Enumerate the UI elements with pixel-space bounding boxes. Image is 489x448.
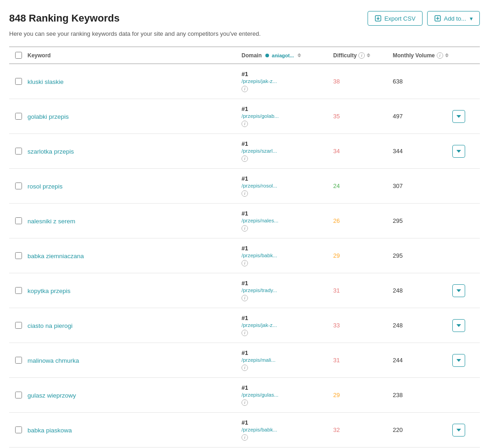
- rank-label: #1: [242, 384, 333, 391]
- table-row: gulasz wieprzowy #1 /przepis/gulas... i …: [9, 378, 480, 413]
- row-info-icon[interactable]: i: [242, 330, 248, 336]
- volume-cell: 295: [393, 252, 452, 259]
- url-link[interactable]: /przepis/babk...: [242, 253, 333, 258]
- select-all-checkbox[interactable]: [15, 52, 22, 59]
- url-link[interactable]: /przepis/nales...: [242, 218, 333, 223]
- row-info-icon[interactable]: i: [242, 365, 248, 371]
- keyword-link-11[interactable]: babka piaskowa: [27, 427, 72, 434]
- header-checkbox-cell[interactable]: [9, 52, 27, 59]
- add-to-button[interactable]: Add to... ▾: [427, 11, 480, 26]
- row-checkbox-1[interactable]: [15, 78, 22, 85]
- row-checkbox-cell[interactable]: [9, 392, 27, 398]
- difficulty-info-icon[interactable]: i: [358, 52, 365, 59]
- expand-button-7[interactable]: [452, 284, 465, 297]
- row-checkbox-11[interactable]: [15, 426, 22, 433]
- keyword-link-5[interactable]: nalesniki z serem: [27, 218, 75, 225]
- expand-cell: [452, 110, 480, 123]
- export-csv-button[interactable]: Export CSV: [368, 11, 423, 26]
- chevron-down-icon: [456, 429, 461, 431]
- url-link[interactable]: /przepis/jak-z...: [242, 78, 333, 84]
- row-checkbox-cell[interactable]: [9, 287, 27, 294]
- rank-label: #1: [242, 175, 333, 182]
- domain-dot: [265, 54, 269, 57]
- row-info-icon[interactable]: i: [242, 434, 248, 441]
- row-checkbox-cell[interactable]: [9, 113, 27, 120]
- volume-cell: 248: [393, 287, 452, 294]
- monthly-volume-column-header[interactable]: Monthly Volume i: [393, 52, 452, 59]
- expand-button-8[interactable]: [452, 319, 465, 332]
- url-link[interactable]: /przepis/gulas...: [242, 392, 333, 398]
- keyword-link-10[interactable]: gulasz wieprzowy: [27, 392, 76, 399]
- keyword-link-6[interactable]: babka ziemniaczana: [27, 253, 84, 260]
- difficulty-sort-icon[interactable]: [367, 53, 370, 57]
- expand-button-9[interactable]: [452, 354, 465, 367]
- url-link[interactable]: /przepis/rosol...: [242, 183, 333, 188]
- row-checkbox-7[interactable]: [15, 287, 22, 294]
- keyword-cell: golabki przepis: [27, 113, 242, 120]
- difficulty-cell: 31: [333, 287, 393, 294]
- row-checkbox-9[interactable]: [15, 357, 22, 364]
- difficulty-column-header[interactable]: Difficulty i: [333, 52, 393, 59]
- volume-info-icon[interactable]: i: [437, 52, 443, 59]
- keyword-link-1[interactable]: kluski slaskie: [27, 78, 64, 85]
- url-link[interactable]: /przepis/szarl...: [242, 148, 333, 154]
- difficulty-value: 38: [333, 78, 340, 85]
- url-link[interactable]: /przepis/babk...: [242, 427, 333, 432]
- domain-cell: #1 /przepis/golab... i: [242, 105, 333, 127]
- row-checkbox-cell[interactable]: [9, 78, 27, 85]
- row-info-icon[interactable]: i: [242, 121, 248, 127]
- url-link[interactable]: /przepis/golab...: [242, 113, 333, 119]
- row-checkbox-3[interactable]: [15, 148, 22, 155]
- plus-icon: [434, 15, 441, 22]
- url-link[interactable]: /przepis/jak-z...: [242, 322, 333, 328]
- volume-value: 248: [393, 287, 403, 294]
- row-checkbox-cell[interactable]: [9, 322, 27, 329]
- difficulty-value: 29: [333, 252, 340, 259]
- table-body: kluski slaskie #1 /przepis/jak-z... i 38…: [9, 64, 480, 448]
- expand-button-2[interactable]: [452, 110, 465, 123]
- row-checkbox-10[interactable]: [15, 392, 22, 398]
- keyword-link-4[interactable]: rosol przepis: [27, 183, 63, 190]
- row-info-icon[interactable]: i: [242, 190, 248, 197]
- difficulty-cell: 29: [333, 392, 393, 398]
- table-row: kluski slaskie #1 /przepis/jak-z... i 38…: [9, 64, 480, 99]
- chevron-down-icon: [456, 359, 461, 362]
- keyword-link-2[interactable]: golabki przepis: [27, 113, 69, 120]
- expand-button-11[interactable]: [452, 424, 465, 437]
- domain-column-header[interactable]: Domain aniagot...: [242, 52, 333, 59]
- row-info-icon[interactable]: i: [242, 260, 248, 266]
- row-info-icon[interactable]: i: [242, 155, 248, 162]
- difficulty-value: 31: [333, 357, 340, 364]
- volume-cell: 248: [393, 322, 452, 329]
- row-checkbox-cell[interactable]: [9, 252, 27, 259]
- rank-label: #1: [242, 280, 333, 287]
- url-link[interactable]: /przepis/trady...: [242, 288, 333, 293]
- row-checkbox-6[interactable]: [15, 252, 22, 259]
- row-info-icon[interactable]: i: [242, 295, 248, 301]
- volume-value: 248: [393, 322, 403, 329]
- url-link[interactable]: /przepis/mali...: [242, 357, 333, 363]
- expand-button-3[interactable]: [452, 145, 465, 158]
- keyword-link-7[interactable]: kopytka przepis: [27, 288, 71, 294]
- row-checkbox-2[interactable]: [15, 113, 22, 120]
- row-checkbox-cell[interactable]: [9, 183, 27, 189]
- table-row: golabki przepis #1 /przepis/golab... i 3…: [9, 99, 480, 134]
- row-checkbox-8[interactable]: [15, 322, 22, 329]
- keyword-link-8[interactable]: ciasto na pierogi: [27, 322, 72, 329]
- difficulty-value: 31: [333, 287, 340, 294]
- row-checkbox-cell[interactable]: [9, 426, 27, 433]
- domain-sort-icon[interactable]: [297, 53, 301, 57]
- rank-label: #1: [242, 140, 333, 147]
- row-info-icon[interactable]: i: [242, 86, 248, 92]
- row-checkbox-cell[interactable]: [9, 148, 27, 155]
- row-checkbox-cell[interactable]: [9, 217, 27, 224]
- row-checkbox-4[interactable]: [15, 183, 22, 189]
- row-checkbox-cell[interactable]: [9, 357, 27, 364]
- row-info-icon[interactable]: i: [242, 225, 248, 232]
- keyword-cell: rosol przepis: [27, 183, 242, 190]
- keyword-link-9[interactable]: malinowa chmurka: [27, 357, 79, 364]
- keyword-link-3[interactable]: szarlotka przepis: [27, 148, 74, 155]
- volume-sort-icon[interactable]: [445, 53, 449, 57]
- row-checkbox-5[interactable]: [15, 217, 22, 224]
- row-info-icon[interactable]: i: [242, 399, 248, 406]
